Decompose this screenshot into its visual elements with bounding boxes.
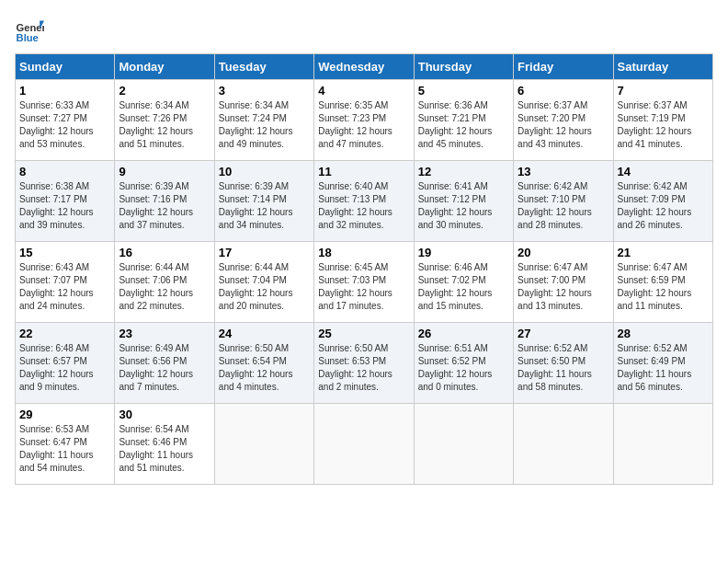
day-number: 12: [418, 165, 509, 178]
weekday-header-row: SundayMondayTuesdayWednesdayThursdayFrid…: [16, 54, 713, 80]
calendar-week-1: 1Sunrise: 6:33 AMSunset: 7:27 PMDaylight…: [16, 80, 713, 161]
day-number: 7: [618, 84, 709, 98]
calendar-cell: 7Sunrise: 6:37 AMSunset: 7:19 PMDaylight…: [613, 80, 712, 161]
calendar-week-3: 15Sunrise: 6:43 AMSunset: 7:07 PMDayligh…: [16, 242, 713, 323]
calendar-body: 1Sunrise: 6:33 AMSunset: 7:27 PMDaylight…: [16, 80, 713, 485]
day-number: 29: [19, 408, 110, 421]
page-header: General Blue: [15, 15, 713, 44]
day-number: 21: [618, 246, 709, 259]
calendar-cell: 8Sunrise: 6:38 AMSunset: 7:17 PMDaylight…: [16, 161, 115, 242]
calendar-cell: 23Sunrise: 6:49 AMSunset: 6:56 PMDayligh…: [115, 323, 214, 404]
cell-info: Sunrise: 6:52 AMSunset: 6:49 PMDaylight:…: [618, 342, 709, 394]
cell-info: Sunrise: 6:38 AMSunset: 7:17 PMDaylight:…: [19, 180, 110, 232]
cell-info: Sunrise: 6:33 AMSunset: 7:27 PMDaylight:…: [19, 99, 110, 151]
calendar-cell: 6Sunrise: 6:37 AMSunset: 7:20 PMDaylight…: [514, 80, 613, 161]
cell-info: Sunrise: 6:47 AMSunset: 7:00 PMDaylight:…: [518, 261, 609, 313]
calendar-cell: 22Sunrise: 6:48 AMSunset: 6:57 PMDayligh…: [16, 323, 115, 404]
cell-info: Sunrise: 6:39 AMSunset: 7:14 PMDaylight:…: [219, 180, 310, 232]
weekday-monday: Monday: [115, 54, 214, 80]
cell-info: Sunrise: 6:48 AMSunset: 6:57 PMDaylight:…: [19, 342, 110, 394]
calendar-cell: 5Sunrise: 6:36 AMSunset: 7:21 PMDaylight…: [414, 80, 513, 161]
day-number: 14: [618, 165, 709, 178]
calendar-cell: 2Sunrise: 6:34 AMSunset: 7:26 PMDaylight…: [115, 80, 214, 161]
day-number: 16: [119, 246, 210, 259]
cell-info: Sunrise: 6:36 AMSunset: 7:21 PMDaylight:…: [418, 99, 509, 151]
calendar-cell: 26Sunrise: 6:51 AMSunset: 6:52 PMDayligh…: [414, 323, 513, 404]
cell-info: Sunrise: 6:52 AMSunset: 6:50 PMDaylight:…: [518, 342, 609, 394]
day-number: 8: [19, 165, 110, 178]
day-number: 20: [518, 246, 609, 259]
calendar-week-5: 29Sunrise: 6:53 AMSunset: 6:47 PMDayligh…: [16, 404, 713, 485]
cell-info: Sunrise: 6:40 AMSunset: 7:13 PMDaylight:…: [318, 180, 409, 232]
cell-info: Sunrise: 6:43 AMSunset: 7:07 PMDaylight:…: [19, 261, 110, 313]
day-number: 17: [219, 246, 310, 259]
logo-icon: General Blue: [15, 15, 44, 44]
calendar-cell: 21Sunrise: 6:47 AMSunset: 6:59 PMDayligh…: [613, 242, 712, 323]
day-number: 2: [119, 84, 210, 98]
calendar-cell: 19Sunrise: 6:46 AMSunset: 7:02 PMDayligh…: [414, 242, 513, 323]
cell-info: Sunrise: 6:50 AMSunset: 6:53 PMDaylight:…: [318, 342, 409, 394]
day-number: 1: [19, 84, 110, 98]
day-number: 28: [618, 327, 709, 340]
calendar-cell: [414, 404, 513, 485]
weekday-saturday: Saturday: [613, 54, 712, 80]
cell-info: Sunrise: 6:45 AMSunset: 7:03 PMDaylight:…: [318, 261, 409, 313]
day-number: 22: [19, 327, 110, 340]
cell-info: Sunrise: 6:34 AMSunset: 7:26 PMDaylight:…: [119, 99, 210, 151]
calendar-week-4: 22Sunrise: 6:48 AMSunset: 6:57 PMDayligh…: [16, 323, 713, 404]
weekday-sunday: Sunday: [16, 54, 115, 80]
weekday-tuesday: Tuesday: [214, 54, 313, 80]
calendar-week-2: 8Sunrise: 6:38 AMSunset: 7:17 PMDaylight…: [16, 161, 713, 242]
day-number: 3: [219, 84, 310, 98]
calendar-table: SundayMondayTuesdayWednesdayThursdayFrid…: [15, 53, 713, 485]
calendar-cell: [514, 404, 613, 485]
day-number: 30: [119, 408, 210, 421]
day-number: 6: [518, 84, 609, 98]
cell-info: Sunrise: 6:41 AMSunset: 7:12 PMDaylight:…: [418, 180, 509, 232]
calendar-cell: 10Sunrise: 6:39 AMSunset: 7:14 PMDayligh…: [214, 161, 313, 242]
day-number: 23: [119, 327, 210, 340]
calendar-cell: 25Sunrise: 6:50 AMSunset: 6:53 PMDayligh…: [314, 323, 414, 404]
cell-info: Sunrise: 6:49 AMSunset: 6:56 PMDaylight:…: [119, 342, 210, 394]
cell-info: Sunrise: 6:42 AMSunset: 7:09 PMDaylight:…: [618, 180, 709, 232]
day-number: 5: [418, 84, 509, 98]
cell-info: Sunrise: 6:34 AMSunset: 7:24 PMDaylight:…: [219, 99, 310, 151]
calendar-cell: 4Sunrise: 6:35 AMSunset: 7:23 PMDaylight…: [314, 80, 414, 161]
calendar-cell: 17Sunrise: 6:44 AMSunset: 7:04 PMDayligh…: [214, 242, 313, 323]
calendar-cell: 28Sunrise: 6:52 AMSunset: 6:49 PMDayligh…: [613, 323, 712, 404]
calendar-cell: 15Sunrise: 6:43 AMSunset: 7:07 PMDayligh…: [16, 242, 115, 323]
calendar-cell: 1Sunrise: 6:33 AMSunset: 7:27 PMDaylight…: [16, 80, 115, 161]
day-number: 13: [518, 165, 609, 178]
day-number: 25: [318, 327, 409, 340]
calendar-cell: 11Sunrise: 6:40 AMSunset: 7:13 PMDayligh…: [314, 161, 414, 242]
day-number: 27: [518, 327, 609, 340]
cell-info: Sunrise: 6:53 AMSunset: 6:47 PMDaylight:…: [19, 423, 110, 475]
calendar-cell: 29Sunrise: 6:53 AMSunset: 6:47 PMDayligh…: [16, 404, 115, 485]
calendar-cell: 20Sunrise: 6:47 AMSunset: 7:00 PMDayligh…: [514, 242, 613, 323]
calendar-cell: 3Sunrise: 6:34 AMSunset: 7:24 PMDaylight…: [214, 80, 313, 161]
calendar-cell: 16Sunrise: 6:44 AMSunset: 7:06 PMDayligh…: [115, 242, 214, 323]
weekday-wednesday: Wednesday: [314, 54, 414, 80]
day-number: 19: [418, 246, 509, 259]
cell-info: Sunrise: 6:39 AMSunset: 7:16 PMDaylight:…: [119, 180, 210, 232]
calendar-cell: 13Sunrise: 6:42 AMSunset: 7:10 PMDayligh…: [514, 161, 613, 242]
day-number: 26: [418, 327, 509, 340]
cell-info: Sunrise: 6:37 AMSunset: 7:19 PMDaylight:…: [618, 99, 709, 151]
svg-text:Blue: Blue: [17, 32, 39, 43]
calendar-cell: [314, 404, 414, 485]
day-number: 24: [219, 327, 310, 340]
cell-info: Sunrise: 6:44 AMSunset: 7:04 PMDaylight:…: [219, 261, 310, 313]
calendar-cell: [214, 404, 313, 485]
cell-info: Sunrise: 6:51 AMSunset: 6:52 PMDaylight:…: [418, 342, 509, 394]
day-number: 9: [119, 165, 210, 178]
cell-info: Sunrise: 6:47 AMSunset: 6:59 PMDaylight:…: [618, 261, 709, 313]
calendar-cell: 12Sunrise: 6:41 AMSunset: 7:12 PMDayligh…: [414, 161, 513, 242]
calendar-cell: 14Sunrise: 6:42 AMSunset: 7:09 PMDayligh…: [613, 161, 712, 242]
day-number: 4: [318, 84, 409, 98]
cell-info: Sunrise: 6:54 AMSunset: 6:46 PMDaylight:…: [119, 423, 210, 475]
day-number: 18: [318, 246, 409, 259]
calendar-cell: 18Sunrise: 6:45 AMSunset: 7:03 PMDayligh…: [314, 242, 414, 323]
calendar-cell: 30Sunrise: 6:54 AMSunset: 6:46 PMDayligh…: [115, 404, 214, 485]
cell-info: Sunrise: 6:35 AMSunset: 7:23 PMDaylight:…: [318, 99, 409, 151]
day-number: 11: [318, 165, 409, 178]
